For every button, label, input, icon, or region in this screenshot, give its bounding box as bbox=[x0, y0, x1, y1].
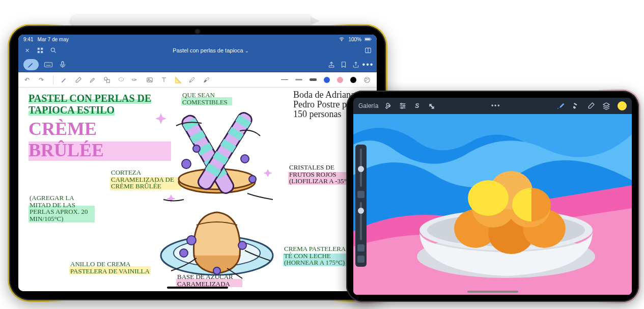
more-icon[interactable]: ••• bbox=[365, 61, 372, 68]
opacity-thumb[interactable] bbox=[358, 208, 364, 214]
svg-point-15 bbox=[119, 77, 123, 81]
svg-point-0 bbox=[342, 41, 342, 41]
layers-icon[interactable] bbox=[602, 102, 610, 110]
svg-point-51 bbox=[404, 105, 405, 107]
procreate-canvas[interactable] bbox=[353, 114, 632, 295]
highlighter-icon[interactable] bbox=[89, 76, 96, 83]
ruler-icon[interactable]: 📐 bbox=[175, 76, 182, 83]
svg-point-21 bbox=[366, 80, 366, 80]
grid-icon[interactable] bbox=[37, 47, 44, 54]
shape-icon[interactable] bbox=[103, 76, 110, 83]
share-icon[interactable] bbox=[352, 61, 359, 68]
color-black[interactable] bbox=[350, 77, 356, 83]
brush-size-thumb[interactable] bbox=[358, 166, 364, 172]
transform-icon[interactable] bbox=[427, 102, 435, 110]
undo-icon[interactable]: ↶ bbox=[24, 76, 32, 83]
svg-rect-5 bbox=[41, 48, 43, 50]
search-icon[interactable] bbox=[50, 47, 57, 54]
color-pink[interactable] bbox=[337, 77, 343, 83]
svg-point-18 bbox=[365, 77, 370, 82]
svg-point-8 bbox=[51, 48, 54, 51]
draw-mode-button[interactable] bbox=[23, 59, 39, 70]
svg-rect-6 bbox=[38, 51, 40, 53]
bookmark-icon[interactable] bbox=[340, 61, 347, 68]
eraser-icon[interactable] bbox=[587, 102, 595, 110]
note-canvas[interactable]: PASTEL CON PERLAS DE TAPIOCA ESTILO CRÈM… bbox=[18, 88, 377, 291]
export-icon[interactable] bbox=[328, 61, 335, 68]
document-title-text: Pastel con perlas de tapioca bbox=[173, 47, 243, 53]
palette-icon[interactable] bbox=[363, 76, 371, 83]
svg-point-44 bbox=[241, 155, 249, 163]
wifi-icon bbox=[338, 36, 345, 43]
redo-button[interactable] bbox=[357, 256, 365, 263]
image-icon[interactable] bbox=[146, 76, 153, 83]
split-view-icon[interactable] bbox=[365, 47, 372, 54]
svg-point-46 bbox=[187, 236, 196, 245]
wrench-icon[interactable] bbox=[384, 102, 393, 110]
home-indicator[interactable] bbox=[467, 291, 518, 293]
svg-rect-14 bbox=[106, 79, 109, 82]
procreate-toolbar: Galería S ••• bbox=[353, 98, 632, 114]
svg-rect-11 bbox=[62, 62, 64, 65]
status-date: Mar 7 de may bbox=[38, 37, 69, 42]
color-blue[interactable] bbox=[324, 77, 330, 83]
svg-point-48 bbox=[238, 241, 246, 249]
svg-marker-25 bbox=[166, 194, 176, 203]
document-title[interactable]: Pastel con perlas de tapioca ⌄ bbox=[63, 47, 358, 53]
smudge-icon[interactable] bbox=[572, 102, 580, 110]
modify-button[interactable] bbox=[357, 191, 365, 198]
microphone-icon[interactable] bbox=[58, 60, 67, 69]
keyboard-icon[interactable] bbox=[44, 60, 53, 69]
svg-point-50 bbox=[401, 103, 402, 105]
stroke-thick[interactable] bbox=[310, 78, 317, 81]
brush-icon[interactable] bbox=[556, 102, 565, 110]
pen-tool-icon[interactable] bbox=[61, 76, 68, 83]
stroke-med[interactable] bbox=[295, 79, 302, 80]
svg-marker-24 bbox=[263, 169, 272, 177]
eraser-icon[interactable] bbox=[75, 76, 82, 83]
svg-rect-7 bbox=[41, 51, 43, 53]
undo-button[interactable] bbox=[357, 244, 365, 251]
status-left: 9:41 Mar 7 de may bbox=[23, 37, 69, 42]
close-icon[interactable]: ✕ bbox=[23, 47, 31, 54]
svg-point-19 bbox=[366, 78, 367, 79]
mode-toolbar: ••• bbox=[18, 57, 377, 72]
recipe-illustration bbox=[146, 103, 288, 286]
front-camera bbox=[195, 30, 200, 34]
note-agregar: (AGREGAR LA MITAD DE LAS PERLAS APROX. 2… bbox=[29, 194, 95, 222]
ipad-large: 9:41 Mar 7 de may 100% ✕ bbox=[9, 25, 386, 300]
brush-size-slider[interactable] bbox=[360, 149, 362, 187]
status-time: 9:41 bbox=[23, 37, 33, 42]
text-icon[interactable] bbox=[160, 76, 167, 83]
ink-icon[interactable]: ✑ bbox=[132, 76, 139, 83]
chevron-down-icon: ⌄ bbox=[245, 48, 249, 53]
svg-rect-12 bbox=[329, 65, 333, 67]
gallery-button[interactable]: Galería bbox=[358, 102, 378, 109]
opacity-slider[interactable] bbox=[360, 202, 362, 240]
apple-pencil bbox=[71, 15, 311, 26]
svg-rect-4 bbox=[38, 48, 40, 50]
redo-icon[interactable]: ↷ bbox=[39, 76, 46, 83]
status-bar: 9:41 Mar 7 de may 100% bbox=[18, 35, 377, 44]
adjust-icon[interactable] bbox=[399, 102, 407, 110]
app-titlebar: ✕ Pastel con perlas de tapioca ⌄ bbox=[18, 44, 377, 57]
svg-point-47 bbox=[180, 249, 188, 257]
ipad-mini: Galería S ••• bbox=[346, 91, 639, 302]
brush-icon[interactable]: 🖌 bbox=[203, 76, 210, 83]
stroke-thin[interactable] bbox=[281, 79, 288, 80]
svg-marker-22 bbox=[155, 113, 166, 124]
svg-rect-2 bbox=[365, 38, 370, 40]
color-swatch[interactable] bbox=[618, 101, 627, 110]
select-icon[interactable]: S bbox=[413, 102, 421, 110]
svg-point-43 bbox=[193, 145, 200, 152]
more-icon[interactable]: ••• bbox=[492, 102, 500, 110]
svg-point-20 bbox=[368, 78, 368, 79]
home-indicator[interactable] bbox=[167, 287, 228, 289]
marker-icon[interactable]: 🖊 bbox=[189, 76, 196, 83]
drawing-toolbar: ↶ ↷ ✑ 📐 bbox=[18, 72, 377, 88]
battery-icon bbox=[365, 36, 372, 43]
lasso-icon[interactable] bbox=[118, 76, 125, 83]
divider bbox=[53, 75, 53, 85]
svg-point-42 bbox=[182, 159, 191, 168]
note-anillo: ANILLO DE CREMA PASTELERA DE VAINILLA bbox=[69, 261, 151, 274]
